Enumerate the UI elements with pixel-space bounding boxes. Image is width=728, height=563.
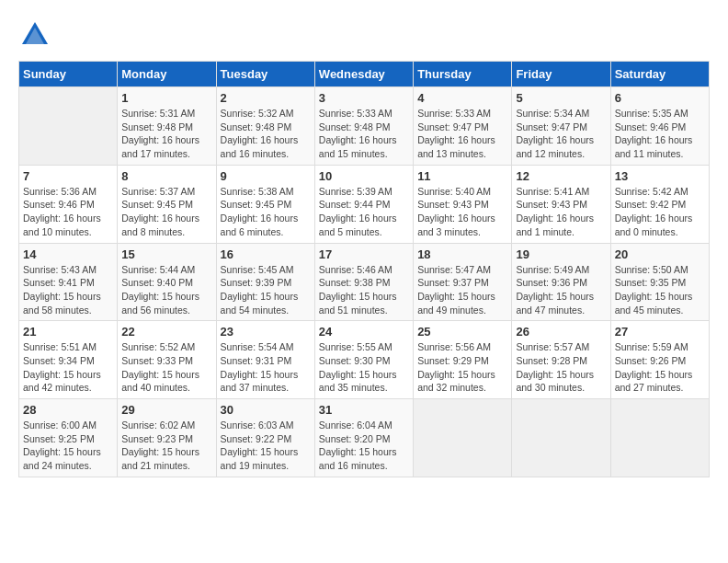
day-info: Sunrise: 5:41 AM Sunset: 9:43 PM Dayligh… <box>516 185 606 239</box>
day-info: Sunrise: 5:49 AM Sunset: 9:36 PM Dayligh… <box>516 263 606 317</box>
calendar-cell <box>610 399 709 477</box>
calendar-cell: 27Sunrise: 5:59 AM Sunset: 9:26 PM Dayli… <box>610 321 709 399</box>
calendar-cell: 24Sunrise: 5:55 AM Sunset: 9:30 PM Dayli… <box>314 321 413 399</box>
header-wednesday: Wednesday <box>314 62 413 87</box>
day-number: 7 <box>23 169 113 183</box>
header-friday: Friday <box>512 62 610 87</box>
day-number: 6 <box>615 91 705 105</box>
calendar-cell: 30Sunrise: 6:03 AM Sunset: 9:22 PM Dayli… <box>216 399 314 477</box>
day-number: 20 <box>615 247 705 261</box>
calendar-week-row: 21Sunrise: 5:51 AM Sunset: 9:34 PM Dayli… <box>19 321 710 399</box>
calendar-cell: 14Sunrise: 5:43 AM Sunset: 9:41 PM Dayli… <box>19 243 118 321</box>
day-number: 8 <box>121 169 211 183</box>
day-info: Sunrise: 6:00 AM Sunset: 9:25 PM Dayligh… <box>23 419 113 473</box>
calendar-cell <box>19 87 118 166</box>
calendar-cell: 26Sunrise: 5:57 AM Sunset: 9:28 PM Dayli… <box>512 321 610 399</box>
calendar-cell: 22Sunrise: 5:52 AM Sunset: 9:33 PM Dayli… <box>118 321 216 399</box>
day-info: Sunrise: 5:55 AM Sunset: 9:30 PM Dayligh… <box>319 340 409 395</box>
day-number: 2 <box>221 91 311 105</box>
day-info: Sunrise: 5:32 AM Sunset: 9:48 PM Dayligh… <box>221 107 311 161</box>
calendar-cell: 3Sunrise: 5:33 AM Sunset: 9:48 PM Daylig… <box>314 87 413 166</box>
day-info: Sunrise: 5:39 AM Sunset: 9:44 PM Dayligh… <box>319 185 409 239</box>
page-header <box>18 18 710 52</box>
day-number: 24 <box>319 325 409 339</box>
calendar-cell: 31Sunrise: 6:04 AM Sunset: 9:20 PM Dayli… <box>314 399 413 477</box>
day-number: 10 <box>319 169 409 183</box>
day-number: 21 <box>23 325 113 339</box>
day-info: Sunrise: 6:04 AM Sunset: 9:20 PM Dayligh… <box>319 419 409 473</box>
day-info: Sunrise: 5:31 AM Sunset: 9:48 PM Dayligh… <box>121 107 211 161</box>
calendar-cell: 19Sunrise: 5:49 AM Sunset: 9:36 PM Dayli… <box>512 243 610 321</box>
calendar-cell: 5Sunrise: 5:34 AM Sunset: 9:47 PM Daylig… <box>512 87 610 166</box>
header-saturday: Saturday <box>610 62 709 87</box>
day-info: Sunrise: 5:52 AM Sunset: 9:33 PM Dayligh… <box>121 340 211 395</box>
day-info: Sunrise: 5:38 AM Sunset: 9:45 PM Dayligh… <box>221 185 311 239</box>
header-tuesday: Tuesday <box>216 62 314 87</box>
calendar-week-row: 14Sunrise: 5:43 AM Sunset: 9:41 PM Dayli… <box>19 243 710 321</box>
day-info: Sunrise: 5:40 AM Sunset: 9:43 PM Dayligh… <box>417 185 507 239</box>
day-number: 25 <box>417 325 507 339</box>
calendar-cell: 21Sunrise: 5:51 AM Sunset: 9:34 PM Dayli… <box>19 321 118 399</box>
day-number: 1 <box>121 91 211 105</box>
day-info: Sunrise: 6:02 AM Sunset: 9:23 PM Dayligh… <box>121 419 211 473</box>
day-number: 11 <box>417 169 507 183</box>
day-info: Sunrise: 5:59 AM Sunset: 9:26 PM Dayligh… <box>615 340 705 395</box>
calendar-cell: 13Sunrise: 5:42 AM Sunset: 9:42 PM Dayli… <box>610 165 709 243</box>
calendar-cell: 18Sunrise: 5:47 AM Sunset: 9:37 PM Dayli… <box>414 243 512 321</box>
calendar-cell: 11Sunrise: 5:40 AM Sunset: 9:43 PM Dayli… <box>414 165 512 243</box>
day-number: 12 <box>516 169 606 183</box>
calendar-cell: 1Sunrise: 5:31 AM Sunset: 9:48 PM Daylig… <box>118 87 216 166</box>
day-number: 30 <box>221 403 311 417</box>
day-info: Sunrise: 5:36 AM Sunset: 9:46 PM Dayligh… <box>23 185 113 239</box>
day-number: 27 <box>615 325 705 339</box>
calendar-cell: 20Sunrise: 5:50 AM Sunset: 9:35 PM Dayli… <box>610 243 709 321</box>
logo-icon <box>18 18 51 52</box>
day-number: 28 <box>23 403 113 417</box>
day-number: 23 <box>221 325 311 339</box>
calendar-cell: 9Sunrise: 5:38 AM Sunset: 9:45 PM Daylig… <box>216 165 314 243</box>
day-number: 4 <box>417 91 507 105</box>
calendar-cell: 23Sunrise: 5:54 AM Sunset: 9:31 PM Dayli… <box>216 321 314 399</box>
day-info: Sunrise: 5:37 AM Sunset: 9:45 PM Dayligh… <box>121 185 211 239</box>
day-info: Sunrise: 5:35 AM Sunset: 9:46 PM Dayligh… <box>615 107 705 161</box>
day-info: Sunrise: 5:33 AM Sunset: 9:48 PM Dayligh… <box>319 107 409 161</box>
day-number: 19 <box>516 247 606 261</box>
logo <box>18 18 55 52</box>
header-monday: Monday <box>118 62 216 87</box>
day-info: Sunrise: 5:56 AM Sunset: 9:29 PM Dayligh… <box>417 340 507 395</box>
calendar-cell: 6Sunrise: 5:35 AM Sunset: 9:46 PM Daylig… <box>610 87 709 166</box>
calendar-week-row: 28Sunrise: 6:00 AM Sunset: 9:25 PM Dayli… <box>19 399 710 477</box>
calendar-cell: 15Sunrise: 5:44 AM Sunset: 9:40 PM Dayli… <box>118 243 216 321</box>
day-info: Sunrise: 5:34 AM Sunset: 9:47 PM Dayligh… <box>516 107 606 161</box>
day-info: Sunrise: 5:54 AM Sunset: 9:31 PM Dayligh… <box>221 340 311 395</box>
day-info: Sunrise: 5:50 AM Sunset: 9:35 PM Dayligh… <box>615 263 705 317</box>
day-number: 14 <box>23 247 113 261</box>
day-number: 31 <box>319 403 409 417</box>
day-info: Sunrise: 5:43 AM Sunset: 9:41 PM Dayligh… <box>23 263 113 317</box>
calendar-cell: 4Sunrise: 5:33 AM Sunset: 9:47 PM Daylig… <box>414 87 512 166</box>
calendar-week-row: 1Sunrise: 5:31 AM Sunset: 9:48 PM Daylig… <box>19 87 710 166</box>
day-info: Sunrise: 5:46 AM Sunset: 9:38 PM Dayligh… <box>319 263 409 317</box>
calendar-cell: 8Sunrise: 5:37 AM Sunset: 9:45 PM Daylig… <box>118 165 216 243</box>
calendar-cell: 17Sunrise: 5:46 AM Sunset: 9:38 PM Dayli… <box>314 243 413 321</box>
calendar-cell: 10Sunrise: 5:39 AM Sunset: 9:44 PM Dayli… <box>314 165 413 243</box>
day-number: 17 <box>319 247 409 261</box>
calendar-cell: 16Sunrise: 5:45 AM Sunset: 9:39 PM Dayli… <box>216 243 314 321</box>
calendar-cell <box>414 399 512 477</box>
header-thursday: Thursday <box>414 62 512 87</box>
day-info: Sunrise: 5:51 AM Sunset: 9:34 PM Dayligh… <box>23 340 113 395</box>
calendar-cell: 25Sunrise: 5:56 AM Sunset: 9:29 PM Dayli… <box>414 321 512 399</box>
calendar-header-row: SundayMondayTuesdayWednesdayThursdayFrid… <box>19 62 710 87</box>
day-info: Sunrise: 5:45 AM Sunset: 9:39 PM Dayligh… <box>221 263 311 317</box>
calendar-cell: 29Sunrise: 6:02 AM Sunset: 9:23 PM Dayli… <box>118 399 216 477</box>
day-number: 29 <box>121 403 211 417</box>
day-info: Sunrise: 5:42 AM Sunset: 9:42 PM Dayligh… <box>615 185 705 239</box>
day-number: 9 <box>221 169 311 183</box>
header-sunday: Sunday <box>19 62 118 87</box>
calendar-cell: 12Sunrise: 5:41 AM Sunset: 9:43 PM Dayli… <box>512 165 610 243</box>
day-number: 13 <box>615 169 705 183</box>
day-number: 22 <box>121 325 211 339</box>
day-info: Sunrise: 5:44 AM Sunset: 9:40 PM Dayligh… <box>121 263 211 317</box>
day-number: 26 <box>516 325 606 339</box>
calendar-table: SundayMondayTuesdayWednesdayThursdayFrid… <box>18 61 710 477</box>
